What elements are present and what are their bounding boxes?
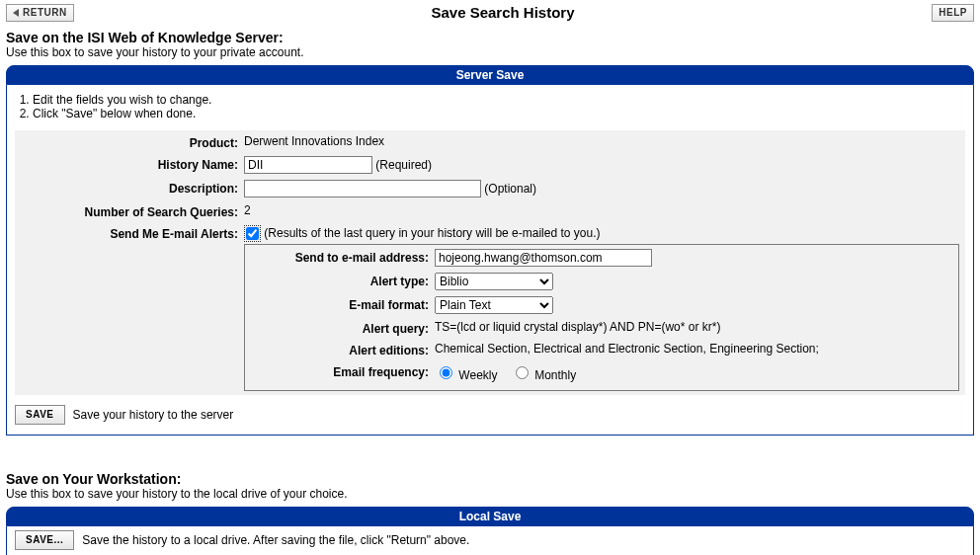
page-title: Save Search History [431,4,574,22]
instruction-2: Click "Save" below when done. [33,107,965,120]
server-save-note: Save your history to the server [73,408,234,422]
sendto-input[interactable] [435,249,652,267]
email-format-select[interactable]: Plain Text [435,296,553,314]
freq-weekly-option[interactable]: Weekly [435,368,497,382]
description-label: Description: [21,180,238,198]
instruction-1: Edit the fields you wish to change. [33,93,965,107]
freq-weekly-label: Weekly [458,368,497,382]
help-button[interactable]: HELP [932,4,974,22]
alert-editions-label: Alert editions: [251,342,429,357]
product-label: Product: [21,134,238,150]
return-label: RETURN [23,8,67,18]
history-name-required: (Required) [375,158,432,172]
history-name-label: History Name: [21,156,238,174]
server-save-button[interactable]: SAVE [15,405,65,425]
server-save-banner: Server Save [6,65,974,85]
query-count-label: Number of Search Queries: [21,203,238,219]
email-alerts-label: Send Me E-mail Alerts: [21,225,238,391]
email-format-label: E-mail format: [251,296,429,314]
local-save-subtext: Use this box to save your history to the… [6,487,974,501]
description-optional: (Optional) [484,182,536,196]
history-name-input[interactable] [244,156,372,174]
freq-monthly-radio[interactable] [516,366,529,379]
local-save-banner: Local Save [6,507,974,526]
back-arrow-icon [13,9,19,17]
freq-monthly-option[interactable]: Monthly [511,368,576,382]
local-save-heading: Save on Your Workstation: [6,471,974,487]
local-save-button[interactable]: SAVE... [15,530,74,550]
server-save-heading: Save on the ISI Web of Knowledge Server: [6,30,974,45]
return-button[interactable]: RETURN [6,4,74,22]
alert-type-label: Alert type: [251,273,429,290]
product-value: Derwent Innovations Index [244,134,959,150]
sendto-label: Send to e-mail address: [251,249,429,267]
alert-type-select[interactable]: Biblio [435,273,553,290]
freq-weekly-radio[interactable] [440,366,452,379]
freq-monthly-label: Monthly [534,368,576,382]
server-save-subtext: Use this box to save your history to you… [6,45,974,59]
query-count-value: 2 [244,203,959,219]
description-input[interactable] [244,180,481,198]
alert-query-label: Alert query: [251,320,429,336]
local-save-note: Save the history to a local drive. After… [82,533,469,547]
alert-editions-value: Chemical Section, Electrical and Electro… [435,342,952,357]
help-label: HELP [939,8,967,18]
email-frequency-label: Email frequency: [251,363,429,382]
email-alerts-checkbox[interactable] [246,227,259,240]
alert-query-value: TS=(lcd or liquid crystal display*) AND … [435,320,952,336]
email-alerts-note: (Results of the last query in your histo… [264,226,600,240]
